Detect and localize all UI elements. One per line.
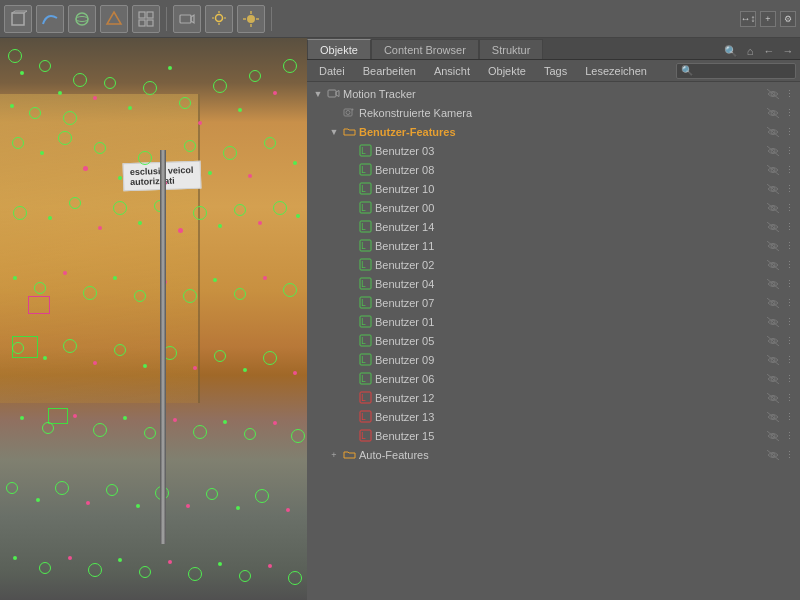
- row-icon-visibility[interactable]: [766, 296, 780, 310]
- toolbar-icon-camera[interactable]: [173, 5, 201, 33]
- tree-row-benutzer-13[interactable]: L Benutzer 13 ⋮: [307, 407, 800, 426]
- tab-content-browser[interactable]: Content Browser: [371, 39, 479, 59]
- search-icon[interactable]: 🔍: [723, 43, 739, 59]
- row-icon-visibility[interactable]: [766, 334, 780, 348]
- svg-line-82: [767, 355, 779, 365]
- tree-expand-empty: [343, 141, 357, 160]
- tree-row-benutzer-03[interactable]: L Benutzer 03 ⋮: [307, 141, 800, 160]
- row-icon-visibility[interactable]: [766, 391, 780, 405]
- forward-icon[interactable]: →: [780, 43, 796, 59]
- row-icon-dots[interactable]: ⋮: [782, 144, 796, 158]
- tree-row-benutzer-04[interactable]: L Benutzer 04 ⋮: [307, 274, 800, 293]
- row-icon-visibility[interactable]: [766, 125, 780, 139]
- row-icon-dots[interactable]: ⋮: [782, 277, 796, 291]
- row-icon-visibility[interactable]: [766, 429, 780, 443]
- row-icon-visibility[interactable]: [766, 372, 780, 386]
- row-icon-dots[interactable]: ⋮: [782, 391, 796, 405]
- tree-row-benutzer-15[interactable]: L Benutzer 15 ⋮: [307, 426, 800, 445]
- viewport-nav-settings[interactable]: ⚙: [780, 11, 796, 27]
- toolbar-icon-sun[interactable]: [237, 5, 265, 33]
- row-icon-visibility[interactable]: [766, 448, 780, 462]
- tree-row-rekonstruierte-kamera[interactable]: Rekonstruierte Kamera ⋮: [307, 103, 800, 122]
- row-icon-visibility[interactable]: [766, 144, 780, 158]
- tree-row-benutzer-09[interactable]: L Benutzer 09 ⋮: [307, 350, 800, 369]
- row-icon-visibility[interactable]: [766, 258, 780, 272]
- tree-row-benutzer-12[interactable]: L Benutzer 12 ⋮: [307, 388, 800, 407]
- menu-ansicht[interactable]: Ansicht: [426, 63, 478, 79]
- viewport-nav-arrows[interactable]: ↔↕: [740, 11, 756, 27]
- toolbar-icon-curve[interactable]: [36, 5, 64, 33]
- row-icon-dots[interactable]: ⋮: [782, 372, 796, 386]
- tab-struktur[interactable]: Struktur: [479, 39, 544, 59]
- row-icon-dots[interactable]: ⋮: [782, 182, 796, 196]
- viewport-nav-plus[interactable]: +: [760, 11, 776, 27]
- menu-tags[interactable]: Tags: [536, 63, 575, 79]
- row-icon-dots[interactable]: ⋮: [782, 429, 796, 443]
- tree-row-auto-features[interactable]: +Auto-Features ⋮: [307, 445, 800, 464]
- tree-row-benutzer-05[interactable]: L Benutzer 05 ⋮: [307, 331, 800, 350]
- tree-expand-auto-features[interactable]: +: [327, 445, 341, 464]
- tree-row-benutzer-07[interactable]: L Benutzer 07 ⋮: [307, 293, 800, 312]
- svg-line-42: [767, 165, 779, 175]
- row-icon-dots[interactable]: ⋮: [782, 125, 796, 139]
- menu-bearbeiten[interactable]: Bearbeiten: [355, 63, 424, 79]
- toolbar-icon-grid[interactable]: [132, 5, 160, 33]
- row-icon-dots[interactable]: ⋮: [782, 353, 796, 367]
- row-icon-dots[interactable]: ⋮: [782, 220, 796, 234]
- toolbar-icon-mesh[interactable]: [100, 5, 128, 33]
- row-icon-visibility[interactable]: [766, 315, 780, 329]
- home-icon[interactable]: ⌂: [742, 43, 758, 59]
- menu-lesezeichen[interactable]: Lesezeichen: [577, 63, 655, 79]
- row-icon-dots[interactable]: ⋮: [782, 163, 796, 177]
- row-icon-dots[interactable]: ⋮: [782, 201, 796, 215]
- toolbar-icon-cube[interactable]: [4, 5, 32, 33]
- row-icon-dots[interactable]: ⋮: [782, 410, 796, 424]
- row-icon-visibility[interactable]: [766, 201, 780, 215]
- tree-row-benutzer-10[interactable]: L Benutzer 10 ⋮: [307, 179, 800, 198]
- row-icon-visibility[interactable]: [766, 106, 780, 120]
- row-icon-visibility[interactable]: [766, 410, 780, 424]
- tree-row-benutzer-08[interactable]: L Benutzer 08 ⋮: [307, 160, 800, 179]
- row-icon-dots[interactable]: ⋮: [782, 239, 796, 253]
- track-icon-benutzer-12: L: [357, 390, 373, 406]
- tree-row-benutzer-06[interactable]: L Benutzer 06 ⋮: [307, 369, 800, 388]
- tree-row-benutzer-14[interactable]: L Benutzer 14 ⋮: [307, 217, 800, 236]
- row-icon-dots[interactable]: ⋮: [782, 315, 796, 329]
- row-icon-dots[interactable]: ⋮: [782, 296, 796, 310]
- row-icon-visibility[interactable]: [766, 182, 780, 196]
- svg-line-90: [767, 393, 779, 403]
- search-box[interactable]: 🔍: [676, 63, 796, 79]
- back-icon[interactable]: ←: [761, 43, 777, 59]
- tree-row-motion-tracker[interactable]: ▼Motion Tracker ⋮: [307, 84, 800, 103]
- tree-row-benutzer-00[interactable]: L Benutzer 00 ⋮: [307, 198, 800, 217]
- row-icon-visibility[interactable]: [766, 220, 780, 234]
- row-icons-benutzer-03: ⋮: [766, 144, 796, 158]
- toolbar-icon-light[interactable]: [205, 5, 233, 33]
- tree-expand-benutzer-features[interactable]: ▼: [327, 122, 341, 141]
- tree-expand-motion-tracker[interactable]: ▼: [311, 84, 325, 103]
- row-icons-benutzer-05: ⋮: [766, 334, 796, 348]
- row-icon-visibility[interactable]: [766, 277, 780, 291]
- row-icon-dots[interactable]: ⋮: [782, 258, 796, 272]
- tree-view[interactable]: ▼Motion Tracker ⋮ Rekonstruierte Kamera …: [307, 82, 800, 600]
- row-icon-visibility[interactable]: [766, 353, 780, 367]
- svg-line-62: [767, 260, 779, 270]
- row-icon-visibility[interactable]: [766, 239, 780, 253]
- tab-objekte[interactable]: Objekte: [307, 39, 371, 59]
- row-icon-dots[interactable]: ⋮: [782, 448, 796, 462]
- row-icon-visibility[interactable]: [766, 163, 780, 177]
- row-icon-dots[interactable]: ⋮: [782, 87, 796, 101]
- viewport[interactable]: esclusi i veicolautorizzati: [0, 38, 307, 600]
- tree-row-benutzer-02[interactable]: L Benutzer 02 ⋮: [307, 255, 800, 274]
- toolbar-icon-sphere[interactable]: [68, 5, 96, 33]
- menu-objekte[interactable]: Objekte: [480, 63, 534, 79]
- row-icon-dots[interactable]: ⋮: [782, 106, 796, 120]
- row-icon-dots[interactable]: ⋮: [782, 334, 796, 348]
- menu-datei[interactable]: Datei: [311, 63, 353, 79]
- row-icons-benutzer-01: ⋮: [766, 315, 796, 329]
- tree-row-benutzer-01[interactable]: L Benutzer 01 ⋮: [307, 312, 800, 331]
- tree-row-benutzer-11[interactable]: L Benutzer 11 ⋮: [307, 236, 800, 255]
- row-icon-visibility[interactable]: [766, 87, 780, 101]
- right-panel: Objekte Content Browser Struktur 🔍 ⌂ ← →…: [307, 38, 800, 600]
- tree-row-benutzer-features[interactable]: ▼Benutzer-Features ⋮: [307, 122, 800, 141]
